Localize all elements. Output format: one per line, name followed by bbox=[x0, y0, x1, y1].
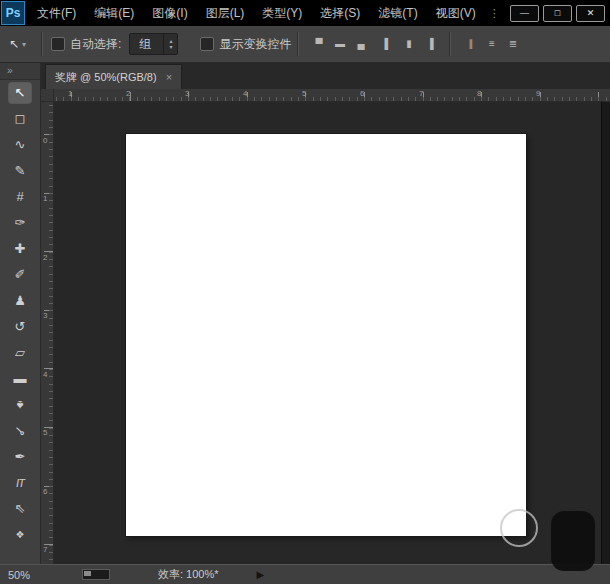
move-tool-preset-icon: ↖ bbox=[9, 37, 19, 51]
document-tab-title: 奖牌 @ 50%(RGB/8) bbox=[55, 70, 157, 85]
overlay-pill-artifact bbox=[551, 511, 595, 571]
photoshop-logo-icon: Ps bbox=[1, 1, 25, 25]
menu-layer[interactable]: 图层(L) bbox=[197, 0, 254, 26]
ruler-corner bbox=[41, 89, 54, 102]
v-ruler-number: 1 bbox=[43, 194, 47, 203]
auto-select-label: 自动选择: bbox=[70, 36, 121, 53]
vertical-ruler[interactable]: 0 1 2 3 4 5 6 7 bbox=[41, 102, 54, 564]
menu-edit[interactable]: 编辑(E) bbox=[85, 0, 143, 26]
h-ruler-number: 6 bbox=[360, 89, 364, 98]
align-edges-group: ▀ ▬ ▄ bbox=[308, 36, 371, 52]
align-top-icon[interactable]: ▀ bbox=[310, 36, 327, 52]
h-ruler-number: 8 bbox=[477, 89, 481, 98]
status-flyout-arrow-icon[interactable]: ▶ bbox=[257, 569, 265, 580]
align-right-icon[interactable]: ▐ bbox=[421, 36, 438, 52]
tools-panel: » ↖ ◻ ∿ ✎ # ✑ ✚ ✐ ♟ ↺ ▱ ▬ ♠ ⊸ ✒ IT ⇖ ❖ bbox=[0, 63, 41, 564]
show-transform-label: 显示变换控件 bbox=[219, 36, 291, 53]
toolbar-collapse-button[interactable]: » bbox=[0, 63, 40, 80]
gradient-tool-icon[interactable]: ▬ bbox=[8, 368, 32, 390]
efficiency-readout: 效率: 100%* bbox=[158, 567, 219, 582]
h-ruler-number: 7 bbox=[419, 89, 423, 98]
vertical-scrollbar[interactable] bbox=[601, 102, 610, 564]
minimize-button[interactable]: — bbox=[510, 5, 539, 22]
viewport-row: 0 1 2 3 4 5 6 7 bbox=[41, 102, 610, 564]
spin-down-icon: ▾ bbox=[169, 44, 172, 50]
tool-preset-picker[interactable]: ↖ ▾ bbox=[0, 37, 35, 51]
path-selection-tool-icon[interactable]: ⇖ bbox=[8, 498, 32, 520]
move-tool-icon[interactable]: ↖ bbox=[8, 82, 32, 104]
tool-options-bar: ↖ ▾ 自动选择: 组 ▴ ▾ 显示变换控件 ▀ ▬ ▄ ▌ ▮ ▐ bbox=[0, 26, 610, 63]
distribute-middle-icon[interactable]: ≣ bbox=[504, 36, 521, 52]
v-ruler-number: 7 bbox=[43, 545, 47, 554]
v-ruler-number: 2 bbox=[43, 253, 47, 262]
document-tab[interactable]: 奖牌 @ 50%(RGB/8) × bbox=[45, 64, 182, 89]
blur-tool-icon[interactable]: ♠ bbox=[8, 394, 32, 416]
healing-brush-tool-icon[interactable]: ✚ bbox=[8, 238, 32, 260]
distribute-vertical-icon[interactable]: ∥ bbox=[462, 36, 479, 52]
menubar: 文件(F) 编辑(E) 图像(I) 图层(L) 类型(Y) 选择(S) 滤镜(T… bbox=[28, 0, 504, 26]
lasso-tool-icon[interactable]: ∿ bbox=[8, 134, 32, 156]
menu-type[interactable]: 类型(Y) bbox=[253, 0, 311, 26]
show-transform-group: 显示变换控件 bbox=[198, 36, 291, 53]
chevron-down-icon: ▾ bbox=[22, 40, 26, 49]
distribute-group: ∥ ≡ ≣ bbox=[460, 36, 523, 52]
h-ruler-number: 5 bbox=[302, 89, 306, 98]
align-left-icon[interactable]: ▌ bbox=[379, 36, 396, 52]
zoom-level-field[interactable]: 50% bbox=[8, 569, 42, 581]
type-tool-icon[interactable]: IT bbox=[8, 472, 32, 494]
document-canvas[interactable] bbox=[126, 134, 526, 536]
v-ruler-number: 0 bbox=[43, 136, 47, 145]
separator bbox=[297, 32, 299, 56]
v-ruler-number: 3 bbox=[43, 311, 47, 320]
titlebar: Ps 文件(F) 编辑(E) 图像(I) 图层(L) 类型(Y) 选择(S) 滤… bbox=[0, 0, 610, 26]
menu-filter[interactable]: 滤镜(T) bbox=[369, 0, 426, 26]
menu-view[interactable]: 视图(V) bbox=[427, 0, 485, 26]
rectangular-marquee-tool-icon[interactable]: ◻ bbox=[8, 108, 32, 130]
window-controls: — □ ✕ bbox=[510, 5, 610, 22]
auto-select-checkbox[interactable] bbox=[51, 37, 65, 51]
align-bottom-icon[interactable]: ▄ bbox=[352, 36, 369, 52]
dropdown-value: 组 bbox=[130, 34, 163, 54]
quick-selection-tool-icon[interactable]: ✎ bbox=[8, 160, 32, 182]
v-ruler-number: 5 bbox=[43, 428, 47, 437]
h-ruler-number: 1 bbox=[68, 89, 72, 98]
distribute-horizontal-icon[interactable]: ≡ bbox=[483, 36, 500, 52]
tab-close-icon[interactable]: × bbox=[166, 72, 172, 83]
align-center-icon[interactable]: ▮ bbox=[400, 36, 417, 52]
menu-image[interactable]: 图像(I) bbox=[143, 0, 196, 26]
history-brush-tool-icon[interactable]: ↺ bbox=[8, 316, 32, 338]
custom-shape-tool-icon[interactable]: ❖ bbox=[8, 524, 32, 546]
brush-tool-icon[interactable]: ✐ bbox=[8, 264, 32, 286]
close-button[interactable]: ✕ bbox=[576, 5, 605, 22]
canvas-pasteboard[interactable] bbox=[54, 102, 601, 564]
status-bar: 50% 效率: 100%* ▶ bbox=[0, 564, 610, 584]
show-transform-checkbox[interactable] bbox=[200, 37, 214, 51]
align-centers-group: ▌ ▮ ▐ bbox=[377, 36, 440, 52]
h-ruler-number: 3 bbox=[185, 89, 189, 98]
clone-stamp-tool-icon[interactable]: ♟ bbox=[8, 290, 32, 312]
menu-file[interactable]: 文件(F) bbox=[28, 0, 85, 26]
maximize-button[interactable]: □ bbox=[543, 5, 572, 22]
v-ruler-number: 4 bbox=[43, 370, 47, 379]
eraser-tool-icon[interactable]: ▱ bbox=[8, 342, 32, 364]
workspace: » ↖ ◻ ∿ ✎ # ✑ ✚ ✐ ♟ ↺ ▱ ▬ ♠ ⊸ ✒ IT ⇖ ❖ 奖… bbox=[0, 63, 610, 564]
separator bbox=[41, 32, 43, 56]
separator bbox=[449, 32, 451, 56]
crop-tool-icon[interactable]: # bbox=[8, 186, 32, 208]
document-area: 奖牌 @ 50%(RGB/8) × 1 2 3 4 5 6 7 8 9 bbox=[41, 63, 610, 564]
horizontal-ruler[interactable]: 1 2 3 4 5 6 7 8 9 bbox=[54, 89, 610, 102]
photoshop-window: Ps 文件(F) 编辑(E) 图像(I) 图层(L) 类型(Y) 选择(S) 滤… bbox=[0, 0, 610, 584]
h-ruler-number: 4 bbox=[243, 89, 247, 98]
eyedropper-tool-icon[interactable]: ✑ bbox=[8, 212, 32, 234]
status-gauge bbox=[82, 569, 110, 580]
align-middle-icon[interactable]: ▬ bbox=[331, 36, 348, 52]
dodge-tool-icon[interactable]: ⊸ bbox=[4, 415, 37, 448]
dropdown-spin-icon: ▴ ▾ bbox=[163, 34, 177, 54]
menu-select[interactable]: 选择(S) bbox=[311, 0, 369, 26]
pen-tool-icon[interactable]: ✒ bbox=[8, 446, 32, 468]
h-ruler-number: 9 bbox=[536, 89, 540, 98]
auto-select-target-dropdown[interactable]: 组 ▴ ▾ bbox=[129, 33, 178, 55]
h-ruler-number: 2 bbox=[126, 89, 130, 98]
document-tab-bar: 奖牌 @ 50%(RGB/8) × bbox=[41, 63, 610, 89]
menu-overflow-icon[interactable]: ⋮ bbox=[485, 7, 504, 20]
